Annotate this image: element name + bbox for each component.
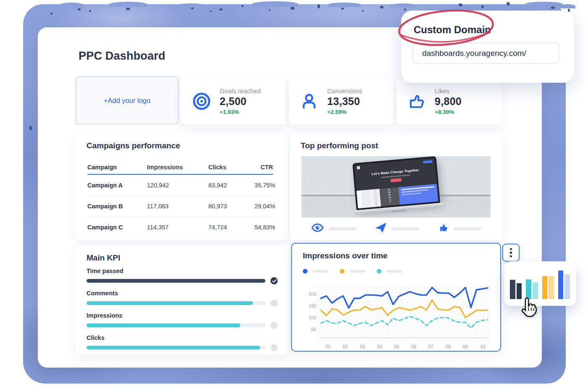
stat-label: Goals reached: [220, 87, 261, 95]
page-title: PPC Dashboard: [79, 50, 165, 63]
paint-speck: [242, 5, 244, 7]
kpi-progress-track: [87, 346, 265, 350]
table-row: Campaign C114,35774,72454,83%: [87, 217, 273, 238]
svg-text:200: 200: [309, 292, 316, 297]
chart-menu-button[interactable]: [502, 244, 520, 262]
paint-speck: [481, 5, 484, 8]
kpi-progress-track: [87, 323, 265, 327]
svg-text:08: 08: [446, 344, 451, 349]
laptop-site-blue-panel: [398, 184, 438, 205]
stat-label: Likes: [435, 87, 462, 95]
mini-bar: [533, 282, 538, 299]
kpi-label: Impressions: [87, 312, 278, 319]
kpi-label: Clicks: [87, 334, 278, 341]
paint-speck: [380, 6, 383, 8]
kpi-row-clicks: Clicks: [87, 334, 278, 351]
paint-speck: [89, 10, 91, 12]
svg-text:03: 03: [360, 344, 365, 349]
campaigns-table-body: Campaign A120,94283,94235,75%Campaign B1…: [87, 175, 273, 238]
person-icon: [299, 92, 319, 111]
legend-item-series-blue: [303, 269, 328, 273]
table-cell: Campaign C: [87, 224, 147, 231]
campaigns-title: Campaigns performance: [87, 141, 180, 150]
kpi-progress-fill: [87, 279, 265, 283]
paint-speck: [341, 8, 344, 10]
svg-text:100: 100: [309, 315, 316, 320]
kpi-progress-track: [87, 301, 265, 305]
mini-bar: [526, 279, 531, 299]
table-cell: 117,083: [147, 203, 208, 210]
post-stats-row: [302, 223, 491, 234]
mini-bar: [564, 274, 570, 299]
stat-delta: +1.93%: [220, 109, 261, 115]
legend-placeholder-pill: [386, 270, 402, 273]
svg-text:09: 09: [463, 344, 468, 349]
table-cell: Campaign B: [87, 203, 147, 210]
kpi-pending-dot-icon: [270, 300, 278, 307]
table-cell: Campaign A: [87, 182, 147, 189]
svg-text:04: 04: [377, 344, 382, 349]
svg-text:06: 06: [411, 344, 416, 349]
thumbs-up-icon: [407, 92, 426, 111]
impressions-over-time-card[interactable]: Impressions over time 200150100500102030…: [291, 243, 501, 352]
paint-speck: [291, 7, 294, 10]
custom-domain-input[interactable]: [413, 43, 559, 64]
kpi-label: Time passed: [87, 268, 278, 274]
paint-edge-bump: [59, 3, 84, 8]
mini-bar: [510, 280, 515, 299]
kpi-pending-dot-icon: [270, 344, 278, 351]
kpi-progress-fill: [87, 323, 240, 327]
column-header: CTR: [255, 164, 273, 171]
stat-value: 2,500: [220, 95, 261, 108]
send-icon: [375, 223, 386, 234]
kpi-row-comments: Comments: [87, 290, 278, 307]
table-cell: 120,942: [147, 182, 208, 189]
add-logo-label: +Add your logo: [104, 97, 150, 105]
paint-speck: [404, 8, 406, 11]
campaigns-table-header: CampaignImpressionsClicksCTR: [87, 160, 273, 175]
table-row: Campaign A120,94283,94235,75%: [87, 175, 273, 196]
legend-dot: [303, 269, 307, 273]
laptop-mockup: Let's Make Change Together KREATI: [349, 156, 444, 216]
kpi-row-time-passed: Time passed: [87, 268, 278, 284]
mini-bar: [517, 283, 522, 299]
mini-bar: [542, 276, 548, 299]
add-logo-button[interactable]: +Add your logo: [76, 76, 178, 124]
svg-text:05: 05: [394, 344, 399, 349]
stat-card-likes: Likes9,800+8.30%: [396, 78, 501, 125]
stat-placeholder-pill: [391, 227, 419, 230]
column-header: Campaign: [87, 164, 147, 171]
kpi-progress-track: [87, 279, 265, 283]
paint-speck: [50, 13, 52, 15]
paint-edge-bump: [109, 2, 147, 7]
stat-card-goals-reached: Goals reached2,500+1.93%: [181, 78, 286, 125]
laptop-site-subline: [381, 174, 410, 178]
paint-edge-bump: [525, 2, 563, 7]
kpi-row-impressions: Impressions: [87, 312, 278, 329]
svg-text:02: 02: [343, 344, 348, 349]
table-cell: 83,942: [208, 182, 255, 189]
stat-value: 9,800: [435, 95, 462, 108]
column-header: Clicks: [208, 164, 255, 171]
main-kpi-card: Main KPI Time passedCommentsImpressionsC…: [76, 246, 288, 355]
table-cell: 74,724: [208, 224, 255, 231]
legend-placeholder-pill: [312, 270, 328, 273]
eye-icon: [311, 223, 324, 234]
post-photo: Let's Make Change Together KREATI: [302, 156, 491, 218]
stat-delta: +2.59%: [327, 109, 362, 115]
stage: PPC Dashboard +Add your logo Goals reach…: [0, 0, 588, 389]
mini-bar: [558, 271, 564, 299]
mini-bar-chart-popover[interactable]: [504, 261, 576, 306]
kpi-rows: Time passedCommentsImpressionsClicks: [87, 268, 278, 357]
column-header: Impressions: [147, 164, 208, 171]
svg-text:07: 07: [428, 344, 433, 349]
top-post-title: Top performing post: [301, 141, 378, 150]
paint-edge-bump: [391, 3, 416, 8]
legend-dot: [340, 269, 344, 273]
svg-text:150: 150: [309, 303, 316, 308]
post-stat: [438, 223, 481, 234]
line-chart: 2001501005001020304050607080910: [298, 278, 496, 350]
target-icon: [192, 92, 211, 111]
kpi-label: Comments: [87, 290, 278, 297]
paint-speck: [507, 2, 510, 5]
